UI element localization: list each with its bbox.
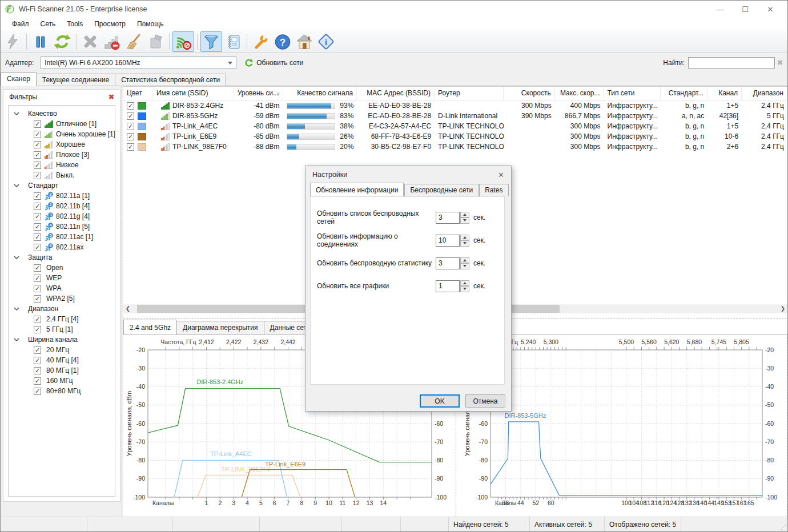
checkbox[interactable]: ✓: [34, 213, 41, 220]
checkbox[interactable]: ✓: [34, 131, 41, 138]
column-header-9[interactable]: Стандарт...: [661, 87, 707, 100]
close-x-button[interactable]: [79, 31, 101, 52]
close-icon[interactable]: ✕: [758, 1, 783, 17]
spin-down-icon[interactable]: [460, 217, 469, 224]
lightning-button[interactable]: [2, 31, 23, 52]
checkbox[interactable]: ✓: [127, 133, 134, 140]
spinner[interactable]: [460, 257, 469, 269]
spin-up-icon[interactable]: [460, 212, 469, 218]
checkbox[interactable]: ✓: [127, 123, 134, 130]
filter-item[interactable]: ✓WPA: [9, 283, 115, 293]
checkbox[interactable]: ✓: [127, 112, 134, 120]
sidebar-splitter[interactable]: [122, 86, 122, 518]
filter-item[interactable]: ✓ 5802.11ac [1]: [9, 232, 115, 242]
filter-item[interactable]: ✓40 МГц [4]: [9, 355, 115, 365]
filter-group-1[interactable]: Стандарт: [9, 180, 115, 191]
checkbox[interactable]: ✓: [34, 295, 41, 303]
spin-down-icon[interactable]: [460, 240, 469, 247]
help-button[interactable]: ?: [272, 31, 294, 52]
filter-item[interactable]: ✓ 2802.11b [4]: [9, 201, 115, 211]
home-button[interactable]: [294, 31, 315, 52]
column-header-8[interactable]: Тип сети: [604, 87, 661, 100]
filter-group-4[interactable]: Ширина канала: [9, 334, 115, 345]
chart-tab-Диаграмма перекрытия[interactable]: Диаграмма перекрытия: [176, 321, 264, 334]
wrench-button[interactable]: [250, 31, 272, 52]
filter-item[interactable]: ✓Низкое: [9, 160, 115, 170]
column-header-2[interactable]: Уровень си...∨: [234, 87, 283, 100]
filter-group-2[interactable]: Защита: [9, 252, 115, 263]
interval-input[interactable]: 3: [436, 257, 460, 269]
filter-item[interactable]: ✓80 МГц [1]: [9, 365, 115, 376]
minimize-icon[interactable]: —: [707, 1, 733, 17]
table-row[interactable]: ✓TP-Link_A4EC-80 dBm38%E4-C3-2A-57-A4-EC…: [123, 121, 787, 131]
column-header-3[interactable]: Качество сигнала: [283, 87, 357, 100]
checkbox[interactable]: ✓: [127, 143, 134, 151]
filter-item[interactable]: ✓Отличное [1]: [9, 119, 115, 129]
checkbox[interactable]: ✓: [34, 244, 41, 251]
column-header-1[interactable]: Имя сети (SSID): [153, 87, 234, 100]
column-header-6[interactable]: Скорость: [504, 87, 555, 100]
journal-button[interactable]: [222, 31, 244, 52]
send-button[interactable]: [144, 31, 166, 52]
menu-item-0[interactable]: Файл: [6, 19, 35, 29]
about-button[interactable]: i: [315, 31, 337, 52]
tab-Текущее соединение[interactable]: Текущее соединение: [36, 74, 115, 86]
column-header-11[interactable]: Диапазон: [742, 87, 787, 100]
checkbox[interactable]: ✓: [34, 275, 41, 282]
refresh-networks-button[interactable]: Обновить сети: [244, 59, 303, 67]
pause-button[interactable]: [30, 31, 51, 52]
checkbox[interactable]: ✓: [34, 346, 41, 354]
table-row[interactable]: ✓DIR-853-2.4GHz-41 dBm93%EE-AD-E0-38-BE-…: [123, 100, 787, 111]
ok-button[interactable]: OK: [420, 394, 460, 408]
spin-up-icon[interactable]: [460, 257, 469, 264]
tab-Сканер[interactable]: Сканер: [1, 72, 37, 86]
dialog-close-icon[interactable]: ✕: [498, 171, 504, 179]
checkbox[interactable]: ✓: [34, 120, 41, 128]
dialog-tab-Rates[interactable]: Rates: [479, 184, 508, 196]
spinner[interactable]: [460, 235, 469, 247]
filter-item[interactable]: ✓WPA2 [5]: [9, 293, 115, 304]
table-row[interactable]: ✓TP-LINK_98E7F0-88 dBm20%30-B5-C2-98-E7-…: [123, 142, 787, 152]
checkbox[interactable]: ✓: [34, 151, 41, 159]
spin-down-icon[interactable]: [460, 263, 469, 269]
spin-up-icon[interactable]: [460, 280, 469, 287]
scroll-right-icon[interactable]: ❯: [778, 304, 787, 313]
filter-item[interactable]: ✓Очень хорошее [1]: [9, 129, 115, 139]
menu-item-2[interactable]: Tools: [61, 19, 89, 29]
menu-item-4[interactable]: Помощь: [131, 19, 169, 29]
filter-item[interactable]: ✓Open: [9, 263, 115, 273]
filter-item[interactable]: ✓Выкл.: [9, 170, 115, 180]
filter-item[interactable]: ✓ 6802.11ax: [9, 242, 115, 252]
filter-item[interactable]: ✓Хорошее: [9, 139, 115, 150]
filter-item[interactable]: ✓5 ГГц [1]: [9, 324, 115, 334]
filter-item[interactable]: ✓20 МГц: [9, 345, 115, 355]
interval-input[interactable]: 10: [436, 235, 460, 247]
clear-search-icon[interactable]: ✖: [777, 59, 783, 67]
close-filters-icon[interactable]: ✖: [108, 93, 114, 101]
checkbox[interactable]: ✓: [34, 223, 41, 231]
spinner[interactable]: [460, 280, 469, 292]
filter-item[interactable]: ✓80+80 МГц: [9, 386, 115, 396]
interval-input[interactable]: 3: [436, 212, 460, 224]
column-header-5[interactable]: Роутер: [435, 87, 504, 100]
spinner[interactable]: [460, 212, 469, 224]
filter-item[interactable]: ✓ 3802.11g [4]: [9, 211, 115, 221]
column-header-7[interactable]: Макс. скор...: [555, 87, 604, 100]
checkbox[interactable]: ✓: [34, 357, 41, 364]
maximize-icon[interactable]: ☐: [733, 1, 758, 17]
search-input[interactable]: [688, 57, 775, 68]
filter-group-3[interactable]: Диапазон: [9, 304, 115, 314]
checkbox[interactable]: ✓: [34, 192, 41, 200]
checkbox[interactable]: ✓: [34, 377, 41, 385]
menu-item-3[interactable]: Просмотр: [89, 19, 131, 29]
checkbox[interactable]: ✓: [34, 172, 41, 179]
checkbox[interactable]: ✓: [34, 285, 41, 292]
spin-up-icon[interactable]: [460, 235, 469, 241]
dialog-tab-Беспроводные сети[interactable]: Беспроводные сети: [404, 184, 479, 196]
broom-button[interactable]: [123, 31, 144, 52]
checkbox[interactable]: ✓: [34, 141, 41, 148]
resize-grip[interactable]: ⋰: [781, 524, 786, 530]
column-header-0[interactable]: Цвет: [123, 87, 153, 100]
filter-item[interactable]: ✓2,4 ГГц [4]: [9, 314, 115, 324]
interval-input[interactable]: 1: [436, 280, 460, 292]
